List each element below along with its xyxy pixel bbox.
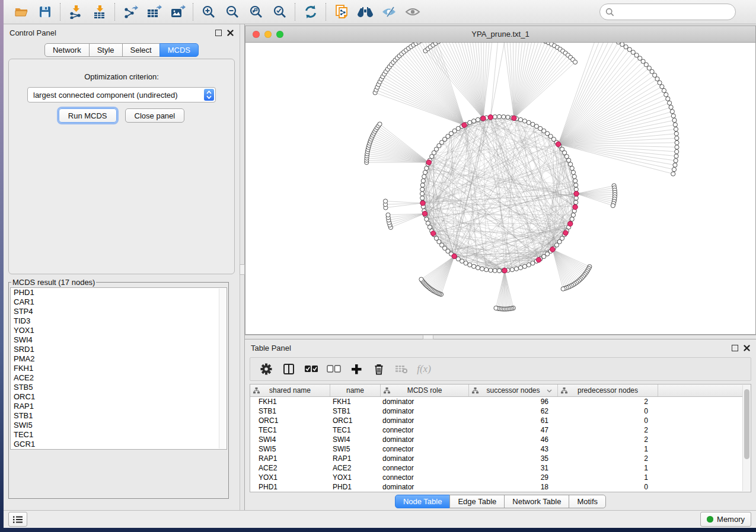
- network-node[interactable]: [425, 166, 429, 170]
- table-scrollbar-thumb[interactable]: [744, 389, 749, 459]
- network-node[interactable]: [567, 158, 571, 162]
- network-node[interactable]: [471, 119, 476, 123]
- mcds-result-item[interactable]: RAP1: [11, 402, 227, 411]
- zoom-out-button[interactable]: [221, 2, 244, 22]
- network-node[interactable]: [489, 268, 493, 273]
- table-row[interactable]: TEC1TEC1connector472: [250, 425, 751, 435]
- network-node[interactable]: [531, 261, 535, 265]
- network-node[interactable]: [674, 154, 678, 158]
- close-panel-icon[interactable]: [227, 30, 234, 36]
- network-node[interactable]: [620, 43, 624, 47]
- column-header-predecessor-nodes[interactable]: predecessor nodes: [558, 384, 658, 396]
- network-node[interactable]: [426, 221, 430, 225]
- network-node[interactable]: [672, 168, 676, 172]
- network-node[interactable]: [611, 203, 615, 207]
- network-node[interactable]: [675, 149, 679, 153]
- network-node[interactable]: [666, 97, 670, 101]
- network-node[interactable]: [502, 115, 506, 119]
- close-panel-icon[interactable]: [744, 345, 750, 351]
- network-node[interactable]: [574, 200, 578, 204]
- network-canvas[interactable]: [245, 43, 755, 334]
- mcds-result-item[interactable]: STP4: [11, 307, 227, 316]
- mcds-node[interactable]: [481, 116, 486, 121]
- memory-button[interactable]: Memory: [700, 512, 751, 527]
- network-node[interactable]: [574, 196, 578, 200]
- network-node[interactable]: [420, 196, 425, 200]
- import-network-button[interactable]: [64, 2, 88, 22]
- column-header-name[interactable]: name: [330, 384, 381, 396]
- network-node[interactable]: [669, 105, 673, 109]
- tab-mcds[interactable]: MCDS: [160, 43, 199, 57]
- deselect-all-button[interactable]: [323, 360, 345, 379]
- network-node[interactable]: [497, 114, 501, 118]
- mcds-node[interactable]: [420, 201, 425, 206]
- network-node[interactable]: [653, 73, 657, 77]
- mcds-result-item[interactable]: FKH1: [11, 364, 227, 373]
- mcds-node[interactable]: [502, 268, 507, 273]
- network-node[interactable]: [493, 268, 497, 273]
- mcds-result-item[interactable]: PHD1: [11, 288, 227, 297]
- search-input[interactable]: [618, 7, 730, 17]
- first-neighbors-button[interactable]: [353, 2, 377, 22]
- tab-select[interactable]: Select: [122, 43, 160, 57]
- network-node[interactable]: [573, 60, 577, 64]
- tab-style[interactable]: Style: [89, 43, 123, 57]
- zoom-in-button[interactable]: [197, 2, 221, 22]
- criterion-select[interactable]: largest connected component (undirected): [27, 87, 216, 102]
- mcds-node[interactable]: [512, 116, 516, 120]
- table-scrollbar[interactable]: [742, 385, 751, 491]
- export-table-button[interactable]: [142, 2, 166, 22]
- network-node[interactable]: [571, 213, 575, 217]
- network-node[interactable]: [667, 101, 671, 105]
- table-tab-motifs[interactable]: Motifs: [569, 495, 606, 508]
- mcds-node[interactable]: [563, 230, 568, 235]
- mcds-node[interactable]: [574, 191, 579, 196]
- network-node[interactable]: [522, 264, 527, 268]
- table-row[interactable]: RAP1RAP1dominator352: [250, 454, 751, 463]
- network-node[interactable]: [671, 172, 675, 176]
- show-columns-button[interactable]: [277, 360, 300, 379]
- network-node[interactable]: [674, 159, 678, 163]
- network-node[interactable]: [655, 77, 659, 81]
- float-panel-icon[interactable]: [215, 30, 222, 36]
- result-scrollbar[interactable]: [219, 289, 226, 448]
- network-node[interactable]: [670, 110, 674, 114]
- network-node[interactable]: [574, 187, 578, 191]
- network-node[interactable]: [675, 145, 679, 149]
- network-node[interactable]: [570, 217, 574, 221]
- hide-selected-button[interactable]: [377, 2, 401, 22]
- run-mcds-button[interactable]: Run MCDS: [59, 108, 117, 123]
- network-node[interactable]: [673, 163, 677, 167]
- network-node[interactable]: [383, 199, 387, 203]
- network-node[interactable]: [425, 217, 429, 221]
- delete-column-button[interactable]: [368, 360, 390, 379]
- network-node[interactable]: [493, 115, 497, 119]
- mcds-result-item[interactable]: SRD1: [11, 345, 227, 354]
- network-node[interactable]: [416, 43, 420, 44]
- mcds-result-item[interactable]: ACE2: [11, 373, 227, 383]
- mcds-result-item[interactable]: ORC1: [11, 392, 227, 402]
- mcds-result-item[interactable]: STB5: [11, 383, 227, 392]
- mcds-node[interactable]: [567, 222, 572, 226]
- table-row[interactable]: YOX1YOX1connector291: [250, 473, 751, 482]
- table-tab-edge-table[interactable]: Edge Table: [449, 495, 505, 508]
- column-header-shared-name[interactable]: shared name: [250, 384, 330, 396]
- network-node[interactable]: [673, 123, 677, 127]
- network-node[interactable]: [518, 265, 522, 270]
- export-network-button[interactable]: [119, 2, 142, 22]
- network-node[interactable]: [561, 287, 565, 291]
- table-settings-button[interactable]: [255, 360, 277, 379]
- import-table-button[interactable]: [88, 2, 111, 22]
- network-node[interactable]: [386, 213, 390, 217]
- open-session-button[interactable]: [9, 2, 33, 22]
- network-node[interactable]: [497, 268, 501, 273]
- network-node[interactable]: [471, 264, 476, 268]
- network-node[interactable]: [420, 191, 424, 196]
- table-row[interactable]: PHD1PHD1dominator180: [250, 482, 751, 492]
- network-node[interactable]: [422, 174, 426, 178]
- mcds-node[interactable]: [536, 257, 541, 262]
- network-node[interactable]: [571, 170, 575, 174]
- delete-table-button[interactable]: [390, 360, 413, 379]
- network-node[interactable]: [660, 85, 664, 89]
- mcds-result-item[interactable]: TID3: [11, 316, 227, 326]
